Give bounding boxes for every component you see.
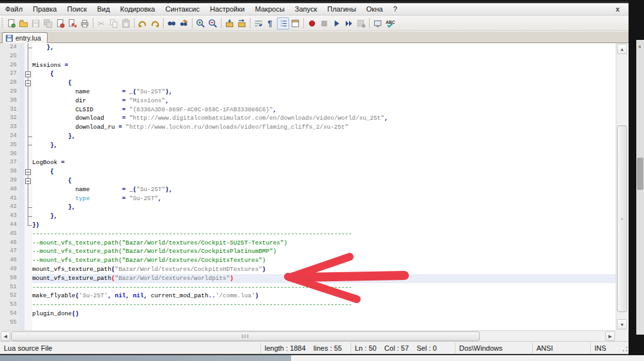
resize-grip[interactable] <box>620 344 629 353</box>
code-token: = <box>122 97 129 104</box>
status-encoding[interactable]: ANSI <box>533 343 591 353</box>
zoom-out-button[interactable] <box>207 17 219 30</box>
code-area[interactable]: },Missions = { { name = _("Su-25T"), dir… <box>32 43 616 330</box>
code-token: , <box>108 292 115 299</box>
redo-button[interactable] <box>149 17 161 30</box>
scroll-up-button[interactable]: ▲ <box>617 44 627 54</box>
code-line: plugin_done() <box>32 310 616 319</box>
sync-horizontal-scroll-icon <box>237 19 247 28</box>
line-number: 45 <box>0 230 17 239</box>
menu-item-7[interactable]: Настройки <box>205 4 250 14</box>
code-line <box>32 319 616 328</box>
code-token: = <box>122 88 129 95</box>
menu-item-2[interactable]: Правка <box>28 4 62 14</box>
stop-macro-button[interactable] <box>318 17 330 30</box>
document-monitor-button[interactable] <box>372 17 384 30</box>
menu-item-6[interactable]: Синтаксис <box>160 4 205 14</box>
code-token: name <box>32 186 122 193</box>
code-token: name <box>32 88 122 95</box>
menu-item-4[interactable]: Вид <box>92 4 115 14</box>
status-eol-format[interactable]: Dos\Windows <box>455 343 533 353</box>
vertical-scroll-thumb[interactable]: ≡ <box>617 125 627 312</box>
menu-item-11[interactable]: Окна <box>361 4 388 14</box>
tab-entry-lua[interactable]: entry.lua <box>2 32 48 43</box>
print-button[interactable] <box>79 17 91 30</box>
find-button[interactable] <box>166 17 178 30</box>
fold-marker-box[interactable] <box>24 167 32 176</box>
save-all-button[interactable] <box>42 17 54 30</box>
background-scroll-up-icon: ▲ <box>638 44 642 48</box>
fold-margin[interactable] <box>24 43 32 330</box>
zoom-in-button[interactable] <box>194 17 207 30</box>
code-token: , <box>273 106 277 113</box>
record-macro-button[interactable] <box>306 17 318 30</box>
code-token: mount_vfs_texture_path <box>32 266 111 273</box>
status-insert-mode[interactable]: INS <box>591 343 616 353</box>
copy-icon <box>109 19 118 28</box>
line-number: 55 <box>0 319 17 328</box>
line-number: 48 <box>0 256 17 265</box>
sync-vertical-scroll-button[interactable] <box>223 17 236 30</box>
menu-item-8[interactable]: Макросы <box>250 4 290 14</box>
code-line: }, <box>32 132 616 141</box>
find-icon <box>167 19 176 28</box>
scroll-right-button[interactable]: ▶ <box>605 331 615 341</box>
menu-item-3[interactable]: Поиск <box>62 4 91 14</box>
save-macro-button[interactable] <box>355 17 367 30</box>
undo-button[interactable] <box>137 17 149 30</box>
show-indent-guide-button[interactable] <box>277 17 289 30</box>
code-line: ----------------------------------------… <box>32 301 616 310</box>
code-line: --mount_vfs_texture_path("Bazar/World/te… <box>32 247 616 256</box>
show-all-characters-button[interactable]: ¶ <box>265 17 277 30</box>
bookmark-margin[interactable] <box>19 43 24 330</box>
user-defined-dialog-button[interactable] <box>289 17 301 30</box>
new-file-button[interactable] <box>5 17 17 30</box>
open-file-button[interactable] <box>17 17 30 30</box>
spell-check-button[interactable]: ABC <box>384 17 396 30</box>
menu-item-12[interactable]: ? <box>388 4 402 14</box>
close-all-documents-button[interactable] <box>66 17 79 30</box>
play-macro-button[interactable] <box>330 17 343 30</box>
code-token: ----------------------------------------… <box>32 301 352 308</box>
fold-marker-box[interactable] <box>24 79 32 88</box>
scroll-down-button[interactable]: ▼ <box>617 319 627 329</box>
paste-button[interactable] <box>120 17 132 30</box>
copy-button[interactable] <box>108 17 120 30</box>
stop-macro-icon <box>319 19 329 28</box>
line-number: 41 <box>0 194 17 203</box>
line-number: 49 <box>0 265 17 274</box>
close-icon[interactable]: x <box>613 5 622 13</box>
sync-horizontal-scroll-button[interactable] <box>236 17 248 30</box>
horizontal-scroll-thumb[interactable]: ⦀⦀⦀ <box>11 331 480 341</box>
menu-item-10[interactable]: Плагины <box>322 4 361 14</box>
code-token: , <box>165 97 169 104</box>
svg-text:¶: ¶ <box>268 19 272 28</box>
menu-item-1[interactable]: Файл <box>0 4 28 14</box>
line-number: 33 <box>0 123 17 132</box>
cut-button[interactable]: ✂ <box>95 17 108 30</box>
line-number: 35 <box>0 141 17 150</box>
run-macro-multiple-button[interactable] <box>343 17 355 30</box>
word-wrap-button[interactable] <box>252 17 265 30</box>
status-cursor-position: Ln : 50 Col : 57 Sel : 0 <box>351 343 455 353</box>
fold-marker-box[interactable] <box>24 69 32 79</box>
close-document-button[interactable] <box>54 17 66 30</box>
show-all-characters-icon: ¶ <box>266 19 276 28</box>
toolbar-separator <box>134 18 135 28</box>
code-token: --mount_vfs_texture_path("Bazar/World/te… <box>32 248 276 255</box>
zoom-in-icon <box>196 19 205 28</box>
save-button[interactable] <box>30 17 42 30</box>
menu-item-9[interactable]: Запуск <box>290 4 322 14</box>
fold-marker-line <box>24 52 32 61</box>
code-line: { <box>32 176 616 185</box>
scroll-left-button[interactable]: ◀ <box>1 331 10 341</box>
code-line <box>32 52 616 61</box>
replace-button[interactable] <box>178 17 190 30</box>
line-number: 37 <box>0 158 17 167</box>
code-token <box>90 195 122 202</box>
fold-marker-box[interactable] <box>24 176 32 185</box>
run-macro-multiple-icon <box>344 19 354 28</box>
menu-item-5[interactable]: Кодировка <box>115 4 160 14</box>
code-token: plugin_done <box>32 310 71 317</box>
code-line <box>32 150 616 159</box>
